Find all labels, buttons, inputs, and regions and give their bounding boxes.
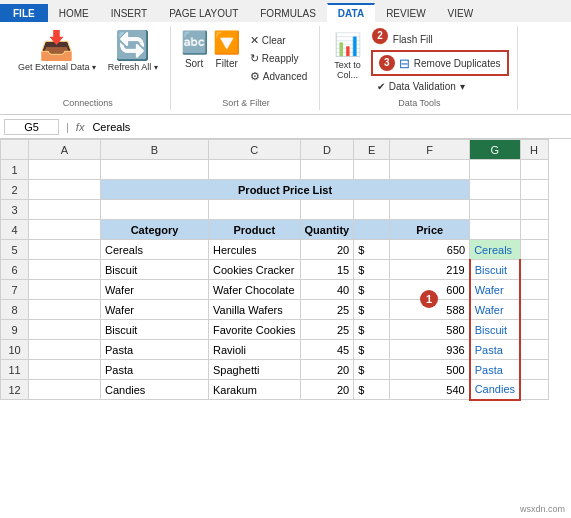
cell-h11[interactable] — [520, 360, 548, 380]
col-header-g[interactable]: G — [470, 140, 520, 160]
cell-d6[interactable]: 15 — [300, 260, 354, 280]
cell-g5[interactable]: Cereals — [470, 240, 520, 260]
cell-c1[interactable] — [209, 160, 301, 180]
cell-b1[interactable] — [101, 160, 209, 180]
cell-a12[interactable] — [29, 380, 101, 400]
cell-g12[interactable]: Candies — [470, 380, 520, 400]
cell-a3[interactable] — [29, 200, 101, 220]
tab-home[interactable]: HOME — [48, 4, 100, 22]
cell-d8[interactable]: 25 — [300, 300, 354, 320]
cell-h1[interactable] — [520, 160, 548, 180]
tab-formulas[interactable]: FORMULAS — [249, 4, 327, 22]
cell-b4-header[interactable]: Category — [101, 220, 209, 240]
cell-e1[interactable] — [354, 160, 390, 180]
cell-f5[interactable]: 650 — [390, 240, 470, 260]
cell-c7[interactable]: Wafer Chocolate — [209, 280, 301, 300]
cell-c8[interactable]: Vanilla Wafers — [209, 300, 301, 320]
cell-c3[interactable] — [209, 200, 301, 220]
cell-f10[interactable]: 936 — [390, 340, 470, 360]
cell-f12[interactable]: 540 — [390, 380, 470, 400]
cell-g1[interactable] — [470, 160, 520, 180]
col-header-b[interactable]: B — [101, 140, 209, 160]
cell-c5[interactable]: Hercules — [209, 240, 301, 260]
refresh-button[interactable]: 🔄 Refresh All — [104, 28, 162, 76]
cell-a1[interactable] — [29, 160, 101, 180]
cell-b5[interactable]: Cereals — [101, 240, 209, 260]
cell-e9[interactable]: $ — [354, 320, 390, 340]
cell-c6[interactable]: Cookies Cracker — [209, 260, 301, 280]
col-header-h[interactable]: H — [520, 140, 548, 160]
tab-file[interactable]: FILE — [0, 4, 48, 22]
cell-b3[interactable] — [101, 200, 209, 220]
cell-c4-header[interactable]: Product — [209, 220, 301, 240]
cell-f3[interactable] — [390, 200, 470, 220]
cell-h10[interactable] — [520, 340, 548, 360]
cell-g10[interactable]: Pasta — [470, 340, 520, 360]
flash-fill-button[interactable]: ⚡ Flash Fill — [371, 32, 509, 47]
cell-h12[interactable] — [520, 380, 548, 400]
formula-input[interactable] — [88, 120, 567, 134]
cell-c11[interactable]: Spaghetti — [209, 360, 301, 380]
col-header-e[interactable]: E — [354, 140, 390, 160]
cell-e11[interactable]: $ — [354, 360, 390, 380]
clear-button[interactable]: ✕ Clear — [246, 32, 311, 49]
cell-e6[interactable]: $ — [354, 260, 390, 280]
cell-a5[interactable] — [29, 240, 101, 260]
cell-f4-header[interactable]: Price — [390, 220, 470, 240]
cell-b6[interactable]: Biscuit — [101, 260, 209, 280]
cell-f11[interactable]: 500 — [390, 360, 470, 380]
cell-g4[interactable] — [470, 220, 520, 240]
sort-button[interactable]: Sort — [181, 56, 207, 71]
cell-h7[interactable] — [520, 280, 548, 300]
cell-f9[interactable]: 580 — [390, 320, 470, 340]
cell-d5[interactable]: 20 — [300, 240, 354, 260]
cell-h6[interactable] — [520, 260, 548, 280]
cell-e12[interactable]: $ — [354, 380, 390, 400]
cell-g8[interactable]: Wafer — [470, 300, 520, 320]
col-header-d[interactable]: D — [300, 140, 354, 160]
cell-e10[interactable]: $ — [354, 340, 390, 360]
tab-data[interactable]: DATA — [327, 3, 375, 22]
cell-d11[interactable]: 20 — [300, 360, 354, 380]
col-header-a[interactable]: A — [29, 140, 101, 160]
cell-e4-header[interactable] — [354, 220, 390, 240]
cell-a6[interactable] — [29, 260, 101, 280]
cell-b7[interactable]: Wafer — [101, 280, 209, 300]
cell-d1[interactable] — [300, 160, 354, 180]
cell-b8[interactable]: Wafer — [101, 300, 209, 320]
cell-a4[interactable] — [29, 220, 101, 240]
cell-c9[interactable]: Favorite Cookies — [209, 320, 301, 340]
cell-a10[interactable] — [29, 340, 101, 360]
tab-insert[interactable]: INSERT — [100, 4, 159, 22]
cell-b10[interactable]: Pasta — [101, 340, 209, 360]
cell-a2[interactable] — [29, 180, 101, 200]
cell-g3[interactable] — [470, 200, 520, 220]
cell-d12[interactable]: 20 — [300, 380, 354, 400]
cell-h8[interactable] — [520, 300, 548, 320]
cell-a9[interactable] — [29, 320, 101, 340]
filter-button[interactable]: Filter — [212, 56, 242, 71]
cell-d4-header[interactable]: Quantity — [300, 220, 354, 240]
cell-e8[interactable]: $ — [354, 300, 390, 320]
cell-h2[interactable] — [520, 180, 548, 200]
cell-b11[interactable]: Pasta — [101, 360, 209, 380]
cell-b9[interactable]: Biscuit — [101, 320, 209, 340]
cell-a8[interactable] — [29, 300, 101, 320]
tab-review[interactable]: REVIEW — [375, 4, 436, 22]
cell-c10[interactable]: Ravioli — [209, 340, 301, 360]
cell-h9[interactable] — [520, 320, 548, 340]
reapply-button[interactable]: ↻ Reapply — [246, 50, 311, 67]
cell-c12[interactable]: Karakum — [209, 380, 301, 400]
cell-d3[interactable] — [300, 200, 354, 220]
cell-b12[interactable]: Candies — [101, 380, 209, 400]
cell-f1[interactable] — [390, 160, 470, 180]
text-to-columns-button[interactable]: Text toCol... — [330, 58, 365, 82]
cell-g9[interactable]: Biscuit — [470, 320, 520, 340]
col-header-c[interactable]: C — [209, 140, 301, 160]
cell-title[interactable]: Product Price List — [101, 180, 470, 200]
tab-view[interactable]: VIEW — [437, 4, 485, 22]
cell-g6[interactable]: Biscuit — [470, 260, 520, 280]
cell-d9[interactable]: 25 — [300, 320, 354, 340]
cell-d10[interactable]: 45 — [300, 340, 354, 360]
cell-g2[interactable] — [470, 180, 520, 200]
